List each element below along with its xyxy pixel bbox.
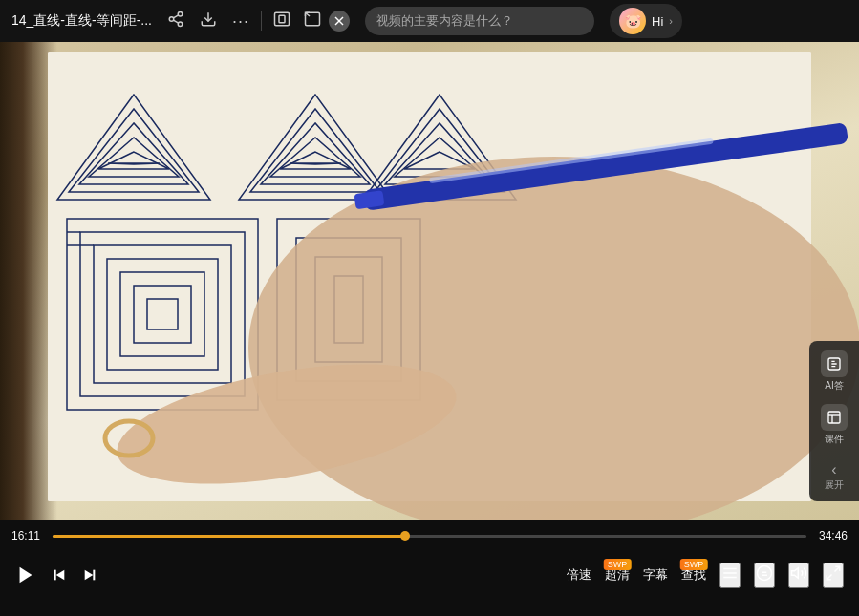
svg-marker-52 — [20, 567, 32, 584]
progress-fill — [53, 535, 405, 538]
hi-button[interactable]: 🐷 Hi › — [610, 4, 682, 38]
quality-button[interactable]: SWP 超清 — [605, 566, 630, 584]
courseware-label: 课件 — [825, 433, 844, 446]
ai-label: AI答 — [825, 379, 843, 393]
top-bar: 14_直线-直线-等间距-... ··· — [0, 0, 859, 42]
courseware-button[interactable]: 课件 — [821, 404, 848, 446]
ai-icon — [821, 350, 848, 377]
playlist-button[interactable] — [719, 563, 741, 588]
progress-track[interactable] — [53, 535, 806, 538]
svg-marker-54 — [56, 570, 65, 581]
svg-rect-49 — [828, 412, 840, 423]
share-icon[interactable] — [167, 11, 184, 32]
controls-row: 倍速 SWP 超清 字幕 SWP 查找 — [0, 547, 859, 603]
drawing-svg — [0, 42, 859, 520]
svg-line-64 — [835, 566, 840, 571]
screen-icons — [273, 11, 321, 32]
svg-line-4 — [173, 15, 178, 18]
subtitle-toggle-button[interactable] — [754, 563, 775, 588]
svg-point-1 — [169, 17, 174, 22]
progress-bar-container: 16:11 34:46 — [0, 520, 859, 547]
subtitle-label: 字幕 — [643, 566, 668, 584]
swp-badge-quality: SWP — [604, 559, 632, 570]
subtitle-button[interactable]: 字幕 — [643, 566, 668, 584]
svg-point-2 — [178, 22, 183, 27]
speed-label: 倍速 — [567, 566, 591, 584]
expand-button[interactable]: ‹ 展开 — [825, 461, 844, 492]
avatar: 🐷 — [619, 8, 646, 34]
total-time: 34:46 — [814, 529, 848, 542]
svg-marker-23 — [290, 163, 341, 164]
hi-label: Hi — [652, 14, 663, 29]
fullscreen-button[interactable] — [823, 563, 844, 588]
right-panel-inner: AI答 课件 ‹ 展开 — [809, 341, 859, 501]
svg-rect-6 — [275, 12, 290, 26]
svg-point-0 — [178, 12, 183, 17]
current-time: 16:11 — [11, 529, 45, 542]
progress-dot — [400, 531, 410, 541]
prev-button[interactable] — [52, 567, 67, 583]
svg-marker-56 — [85, 570, 94, 581]
bottom-controls: 16:11 34:46 倍速 — [0, 520, 859, 616]
pip-icon[interactable] — [304, 11, 321, 32]
more-icon[interactable]: ··· — [232, 11, 249, 32]
ai-search-placeholder: 视频的主要内容是什么？ — [376, 12, 513, 30]
video-container: AI答 课件 ‹ 展开 16:11 — [0, 42, 859, 616]
speed-button[interactable]: 倍速 — [567, 566, 591, 584]
courseware-icon — [821, 404, 848, 431]
divider — [261, 11, 262, 31]
svg-marker-63 — [792, 567, 799, 578]
expand-label: 展开 — [825, 478, 844, 492]
ai-answer-button[interactable]: AI答 — [821, 350, 848, 393]
chevron-right-icon: › — [669, 15, 673, 27]
svg-rect-53 — [54, 570, 56, 581]
top-icon-group: ··· — [167, 11, 249, 32]
next-button[interactable] — [82, 567, 97, 583]
ai-search-box[interactable]: 视频的主要内容是什么？ — [365, 7, 594, 35]
play-controls — [15, 564, 97, 585]
download-icon[interactable] — [200, 11, 217, 32]
search-video-button[interactable]: SWP 查找 — [681, 566, 706, 584]
volume-button[interactable] — [788, 563, 809, 588]
screen-expand-icon[interactable] — [273, 11, 290, 32]
svg-rect-7 — [279, 15, 285, 23]
svg-line-65 — [827, 574, 831, 579]
svg-rect-55 — [93, 570, 95, 581]
right-controls — [719, 563, 844, 588]
play-button[interactable] — [15, 564, 36, 585]
swp-badge-search: SWP — [680, 559, 708, 570]
video-title: 14_直线-直线-等间距-... — [11, 12, 152, 30]
close-button[interactable] — [329, 11, 350, 32]
video-frame — [0, 42, 859, 520]
chevron-left-icon: ‹ — [831, 461, 836, 478]
svg-marker-17 — [108, 163, 160, 164]
svg-line-3 — [173, 20, 178, 23]
